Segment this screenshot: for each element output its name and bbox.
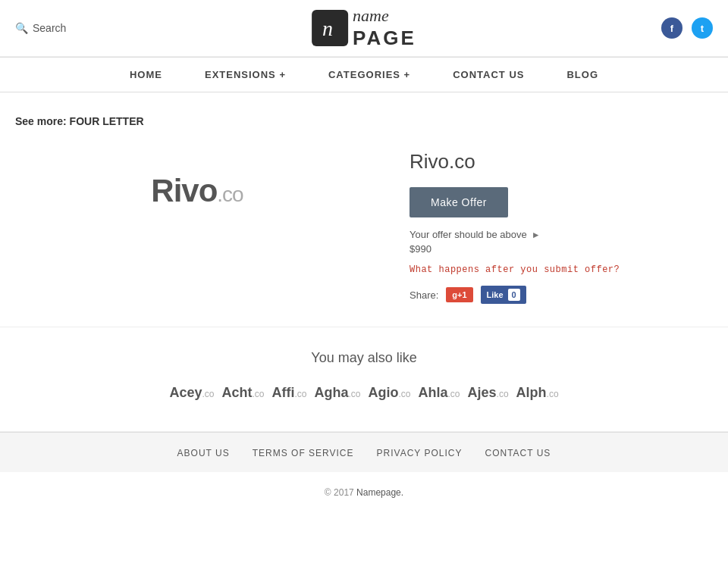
similar-domain-item[interactable]: Ahla.co bbox=[419, 385, 460, 401]
footer-nav-item: TERMS OF SERVICE bbox=[253, 446, 354, 458]
domain-logo-text: Rivo.co bbox=[151, 173, 243, 209]
offer-price: $990 bbox=[410, 243, 713, 255]
site-logo[interactable]: n name PAGE bbox=[312, 6, 416, 50]
search-label: Search bbox=[33, 22, 66, 34]
footer-nav-link[interactable]: ABOUT US bbox=[177, 448, 230, 458]
offer-hint: Your offer should be above ► bbox=[410, 229, 713, 240]
footer-nav-link[interactable]: CONTACT US bbox=[485, 448, 551, 458]
nav-item: CATEGORIES + bbox=[307, 58, 431, 92]
nav-link[interactable]: CONTACT US bbox=[431, 58, 545, 92]
twitter-icon[interactable]: t bbox=[692, 17, 713, 39]
nav-link[interactable]: HOME bbox=[108, 58, 184, 92]
footer-brand-link[interactable]: Namepage. bbox=[356, 487, 403, 498]
nav-link[interactable]: EXTENSIONS + bbox=[184, 58, 307, 92]
also-like-title: You may also like bbox=[15, 350, 713, 366]
main-content: See more: FOUR LETTER Rivo.co Rivo.co Ma… bbox=[0, 92, 728, 327]
social-links: f t bbox=[661, 17, 713, 39]
share-area: Share: g+1 Like 0 bbox=[410, 286, 713, 304]
domain-area: Rivo.co Rivo.co Make Offer Your offer sh… bbox=[15, 142, 713, 304]
breadcrumb-link[interactable]: FOUR LETTER bbox=[70, 115, 144, 127]
similar-domain-item[interactable]: Agio.co bbox=[368, 385, 410, 401]
footer-links: ABOUT USTERMS OF SERVICEPRIVACY POLICYCO… bbox=[0, 432, 728, 472]
nav-item: BLOG bbox=[545, 58, 620, 92]
footer-nav-item: CONTACT US bbox=[485, 446, 551, 458]
similar-domain-item[interactable]: Agha.co bbox=[314, 385, 360, 401]
make-offer-button[interactable]: Make Offer bbox=[410, 187, 508, 217]
search-icon: 🔍 bbox=[15, 22, 28, 34]
facebook-like-button[interactable]: Like 0 bbox=[481, 286, 526, 304]
similar-domain-item[interactable]: Alph.co bbox=[516, 385, 559, 401]
share-label: Share: bbox=[410, 289, 438, 301]
nav-link[interactable]: BLOG bbox=[545, 58, 620, 92]
nav-item: HOME bbox=[108, 58, 184, 92]
similar-domain-item[interactable]: Acey.co bbox=[169, 385, 214, 401]
svg-text:n: n bbox=[322, 17, 333, 40]
gplus-button[interactable]: g+1 bbox=[446, 287, 472, 302]
footer-nav-link[interactable]: PRIVACY POLICY bbox=[377, 448, 463, 458]
logo-text: name PAGE bbox=[353, 6, 416, 50]
footer-nav-item: ABOUT US bbox=[177, 446, 230, 458]
similar-domain-item[interactable]: Acht.co bbox=[221, 385, 264, 401]
similar-domain-item[interactable]: Affi.co bbox=[271, 385, 306, 401]
site-header: 🔍 Search n name PAGE f t bbox=[0, 0, 728, 57]
similar-domain-item[interactable]: Ajes.co bbox=[468, 385, 509, 401]
domain-info: Rivo.co Make Offer Your offer should be … bbox=[410, 142, 713, 304]
footer-nav-link[interactable]: TERMS OF SERVICE bbox=[253, 448, 354, 458]
nav-item: EXTENSIONS + bbox=[184, 58, 307, 92]
arrow-icon: ► bbox=[532, 230, 541, 240]
footer-nav-item: PRIVACY POLICY bbox=[377, 446, 463, 458]
logo-icon: n bbox=[312, 10, 348, 46]
main-nav: HOMEEXTENSIONS +CATEGORIES +CONTACT USBL… bbox=[0, 57, 728, 92]
footer-copy: © 2017 Namepage. bbox=[0, 472, 728, 513]
facebook-icon[interactable]: f bbox=[661, 17, 682, 39]
domain-title: Rivo.co bbox=[410, 150, 713, 174]
nav-item: CONTACT US bbox=[431, 58, 545, 92]
breadcrumb: See more: FOUR LETTER bbox=[15, 115, 713, 127]
submit-offer-link[interactable]: What happens after you submit offer? bbox=[410, 264, 620, 275]
domain-logo-display: Rivo.co bbox=[15, 142, 379, 239]
nav-link[interactable]: CATEGORIES + bbox=[307, 58, 431, 92]
also-like-section: You may also like Acey.coAcht.coAffi.coA… bbox=[0, 327, 728, 431]
similar-domains: Acey.coAcht.coAffi.coAgha.coAgio.coAhla.… bbox=[15, 385, 713, 401]
search-area[interactable]: 🔍 Search bbox=[15, 22, 66, 34]
